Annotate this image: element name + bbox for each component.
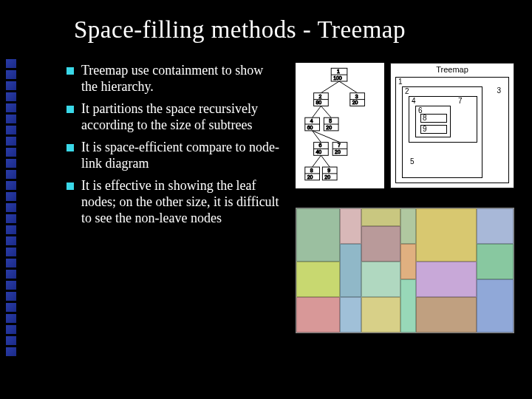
bullet-text: It is effective in showing the leaf node… — [81, 178, 281, 227]
svg-line-5 — [339, 81, 358, 93]
svg-text:7: 7 — [338, 143, 341, 149]
bullet-text: Treemap use containment to show the hier… — [81, 63, 281, 95]
svg-text:20: 20 — [307, 174, 313, 180]
bullet-text: It is space-efficient compare to node-li… — [81, 140, 281, 172]
slide-title: Space-filling methods - Treemap — [74, 16, 514, 44]
svg-line-14 — [313, 106, 321, 117]
slide: Space-filling methods - Treemap Treemap … — [0, 0, 532, 399]
svg-text:80: 80 — [316, 100, 322, 105]
svg-text:4: 4 — [310, 118, 313, 123]
list-item: It is space-efficient compare to node-li… — [66, 140, 281, 172]
list-item: Treemap use containment to show the hier… — [66, 63, 281, 95]
svg-text:2: 2 — [318, 94, 321, 99]
svg-line-34 — [313, 155, 321, 167]
tree-diagram: 1 100 2 80 3 20 — [296, 63, 384, 188]
svg-text:100: 100 — [333, 75, 342, 81]
svg-text:1: 1 — [337, 69, 340, 74]
svg-text:20: 20 — [335, 149, 341, 154]
svg-line-35 — [321, 155, 330, 167]
bullet-text: It partitions the space recursively acco… — [81, 101, 281, 134]
bullet-icon — [66, 67, 74, 75]
svg-text:60: 60 — [307, 125, 313, 130]
boxmap-title: Treemap — [436, 65, 468, 74]
svg-text:8: 8 — [310, 168, 313, 173]
svg-text:3: 3 — [355, 94, 358, 99]
svg-text:40: 40 — [316, 149, 322, 154]
bullet-list: Treemap use containment to show the hier… — [66, 63, 281, 333]
svg-text:9: 9 — [327, 168, 330, 173]
svg-text:20: 20 — [324, 174, 330, 180]
colored-treemap — [296, 208, 514, 333]
bullet-icon — [66, 144, 74, 151]
svg-line-15 — [321, 106, 331, 117]
list-item: It is effective in showing the leaf node… — [66, 178, 281, 227]
svg-text:20: 20 — [326, 125, 332, 130]
svg-text:5: 5 — [329, 118, 332, 123]
svg-text:20: 20 — [352, 100, 358, 105]
bullet-icon — [66, 183, 74, 190]
svg-line-4 — [321, 81, 339, 93]
svg-text:6: 6 — [318, 143, 321, 149]
treemap-box-diagram: Treemap 1 2 4 6 8 — [390, 63, 514, 188]
list-item: It partitions the space recursively acco… — [66, 101, 281, 134]
bullet-icon — [66, 106, 74, 113]
